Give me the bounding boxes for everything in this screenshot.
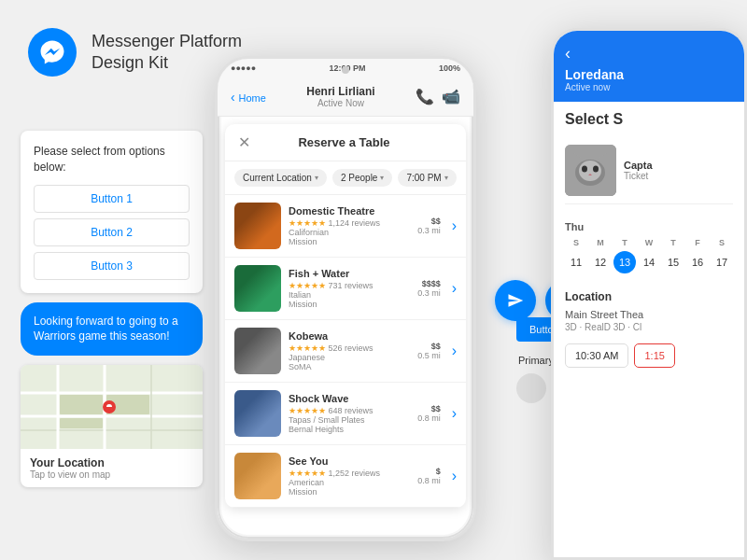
cal-day-14[interactable]: 14 bbox=[638, 251, 660, 273]
map-info: Your Location Tap to view on map bbox=[21, 449, 203, 487]
cal-day-11[interactable]: 11 bbox=[565, 251, 587, 273]
map-card[interactable]: Your Location Tap to view on map bbox=[21, 365, 203, 487]
people-filter-arrow: ▾ bbox=[380, 174, 384, 182]
ticket-image bbox=[565, 145, 616, 196]
cal-head-s: S bbox=[565, 238, 587, 247]
option-button-3[interactable]: Button 3 bbox=[34, 252, 190, 280]
cal-day-17[interactable]: 17 bbox=[711, 251, 733, 273]
ticket-info: Capta Ticket bbox=[624, 160, 653, 181]
restaurant-stars: ★★★★★ 526 reviews bbox=[289, 343, 410, 353]
avatar bbox=[516, 373, 546, 403]
restaurant-price: $$ bbox=[417, 342, 441, 351]
people-filter[interactable]: 2 People ▾ bbox=[332, 169, 392, 187]
restaurant-stars: ★★★★★ 648 reviews bbox=[289, 406, 410, 415]
restaurant-price: $$ bbox=[417, 217, 441, 226]
phone-call-icon[interactable]: 📞 bbox=[416, 88, 434, 105]
svg-point-18 bbox=[582, 166, 587, 173]
restaurant-distance: 0.8 mi bbox=[417, 476, 441, 485]
restaurant-image bbox=[234, 328, 281, 374]
modal-close-button[interactable]: ✕ bbox=[238, 133, 250, 151]
restaurant-distance: 0.3 mi bbox=[417, 226, 441, 235]
list-item[interactable]: Fish + Water ★★★★★ 731 reviews Italian M… bbox=[225, 258, 466, 320]
restaurant-go-arrow[interactable]: › bbox=[452, 217, 457, 234]
time-section: 10:30 AM 1:15 bbox=[554, 338, 744, 373]
option-button-1[interactable]: Button 1 bbox=[34, 185, 190, 213]
list-item[interactable]: See You ★★★★★ 1,252 reviews American Mis… bbox=[225, 445, 466, 508]
restaurant-name: See You bbox=[289, 455, 410, 467]
reserve-modal-title: Reserve a Table bbox=[250, 135, 438, 149]
location-value: Main Street Thea bbox=[565, 309, 733, 320]
restaurant-stars: ★★★★★ 1,124 reviews bbox=[289, 218, 410, 228]
restaurant-price: $$$$ bbox=[417, 279, 441, 288]
location-filter[interactable]: Current Location ▾ bbox=[234, 169, 327, 187]
restaurant-info: Domestic Theatre ★★★★★ 1,124 reviews Cal… bbox=[289, 205, 410, 246]
cal-head-m: M bbox=[589, 238, 612, 247]
video-call-icon[interactable]: 📹 bbox=[442, 88, 460, 105]
restaurant-distance: 0.8 mi bbox=[417, 413, 441, 423]
option-button-2[interactable]: Button 2 bbox=[34, 218, 190, 246]
select-label: Select S bbox=[565, 111, 733, 128]
ticket-title: Capta bbox=[624, 160, 653, 171]
ticket-card[interactable]: Capta Ticket bbox=[565, 137, 733, 204]
restaurant-details: Japanese SoMA bbox=[289, 353, 410, 371]
right-phone-header: ‹ Loredana Active now bbox=[554, 31, 744, 102]
phone-main-mockup: ●●●●● 12:00 PM 100% ‹ Home Henri Lirlian… bbox=[215, 56, 476, 541]
chat-bubble-warriors: Looking forward to going to a Warriors g… bbox=[21, 302, 203, 357]
location-section: Location Main Street Thea 3D · RealD 3D … bbox=[554, 285, 744, 338]
phone-chat-header: ‹ Home Henri Lirliani Active Now 📞 📹 bbox=[218, 77, 473, 117]
calendar-section: Thu S M T W T F S 11 12 13 14 15 16 17 bbox=[554, 214, 744, 285]
time-filter[interactable]: 7:00 PM ▾ bbox=[398, 169, 456, 187]
restaurant-name: Domestic Theatre bbox=[289, 205, 410, 217]
button-select-card: Please select from options below: Button… bbox=[21, 131, 203, 293]
left-panel: Please select from options below: Button… bbox=[21, 131, 203, 487]
reserve-filters-bar: Current Location ▾ 2 People ▾ 7:00 PM ▾ bbox=[225, 161, 466, 195]
reserve-table-modal: ✕ Reserve a Table Current Location ▾ 2 P… bbox=[225, 124, 466, 508]
restaurant-meta: $ 0.8 mi bbox=[417, 467, 441, 485]
phone-right-mockup: ‹ Loredana Active now Select S bbox=[551, 28, 747, 560]
phone-camera bbox=[342, 66, 349, 74]
restaurant-image bbox=[234, 390, 281, 437]
restaurant-go-arrow[interactable]: › bbox=[452, 280, 457, 297]
time-option-115[interactable]: 1:15 bbox=[634, 343, 674, 368]
time-option-1030[interactable]: 10:30 AM bbox=[565, 343, 628, 368]
signal-dots: ●●●●● bbox=[231, 63, 256, 73]
restaurant-meta: $$ 0.3 mi bbox=[417, 217, 441, 235]
messenger-logo bbox=[28, 28, 77, 77]
right-phone-contact-name: Loredana bbox=[565, 67, 733, 82]
map-image[interactable] bbox=[21, 365, 203, 449]
restaurant-details: Tapas / Small Plates Bernal Heights bbox=[289, 415, 410, 434]
chat-active-status: Active Now bbox=[274, 98, 408, 108]
restaurant-info: Fish + Water ★★★★★ 731 reviews Italian M… bbox=[289, 268, 410, 309]
restaurant-meta: $$ 0.8 mi bbox=[417, 404, 441, 423]
restaurant-info: See You ★★★★★ 1,252 reviews American Mis… bbox=[289, 455, 410, 497]
restaurant-go-arrow[interactable]: › bbox=[452, 405, 457, 422]
cal-day-12[interactable]: 12 bbox=[589, 251, 612, 273]
app-title: Messenger PlatformDesign Kit bbox=[92, 31, 242, 75]
location-formats: 3D · RealD 3D · Cl bbox=[565, 322, 733, 332]
send-button[interactable] bbox=[495, 280, 536, 321]
restaurant-details: American Mission bbox=[289, 478, 410, 497]
cal-day-15[interactable]: 15 bbox=[662, 251, 684, 273]
chat-header-actions: 📞 📹 bbox=[416, 88, 460, 105]
restaurant-price: $$ bbox=[417, 404, 441, 413]
cal-head-t: T bbox=[613, 238, 636, 247]
cal-day-16[interactable]: 16 bbox=[686, 251, 709, 273]
svg-rect-7 bbox=[60, 395, 103, 414]
chat-header-info: Henri Lirliani Active Now bbox=[274, 85, 408, 108]
list-item[interactable]: Kobewa ★★★★★ 526 reviews Japanese SoMA $… bbox=[225, 320, 466, 383]
cal-day-13[interactable]: 13 bbox=[613, 251, 636, 273]
calendar-days-row: 11 12 13 14 15 16 17 bbox=[565, 251, 733, 273]
restaurant-go-arrow[interactable]: › bbox=[452, 343, 457, 359]
restaurant-go-arrow[interactable]: › bbox=[452, 468, 457, 484]
restaurant-image bbox=[234, 203, 281, 249]
button-card-prompt: Please select from options below: bbox=[34, 144, 190, 175]
calendar-header-row: S M T W T F S bbox=[565, 238, 733, 247]
list-item[interactable]: Shock Wave ★★★★★ 648 reviews Tapas / Sma… bbox=[225, 383, 466, 445]
cat-image bbox=[565, 145, 616, 196]
restaurant-info: Kobewa ★★★★★ 526 reviews Japanese SoMA bbox=[289, 330, 410, 371]
restaurant-meta: $$$$ 0.3 mi bbox=[417, 279, 441, 298]
list-item[interactable]: Domestic Theatre ★★★★★ 1,124 reviews Cal… bbox=[225, 195, 466, 258]
right-phone-back-button[interactable]: ‹ bbox=[565, 44, 733, 63]
back-button[interactable]: ‹ Home bbox=[231, 90, 266, 105]
restaurant-list: Domestic Theatre ★★★★★ 1,124 reviews Cal… bbox=[225, 195, 466, 508]
